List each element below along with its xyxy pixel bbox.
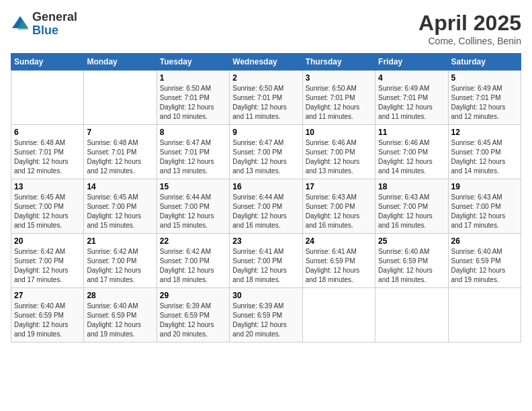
day-info: Sunrise: 6:45 AMSunset: 7:00 PMDaylight:… <box>14 193 81 230</box>
weekday-header: Sunday <box>11 54 84 71</box>
day-info: Sunrise: 6:41 AMSunset: 6:59 PMDaylight:… <box>306 247 372 285</box>
day-number: 8 <box>160 128 226 137</box>
calendar-cell: 8Sunrise: 6:47 AMSunset: 7:01 PMDaylight… <box>157 125 229 179</box>
day-number: 4 <box>378 73 445 83</box>
day-info: Sunrise: 6:40 AMSunset: 6:59 PMDaylight:… <box>378 247 445 285</box>
weekday-header-row: SundayMondayTuesdayWednesdayThursdayFrid… <box>11 54 521 71</box>
day-info: Sunrise: 6:43 AMSunset: 7:00 PMDaylight:… <box>451 193 518 230</box>
calendar-cell: 15Sunrise: 6:44 AMSunset: 7:00 PMDayligh… <box>157 179 229 234</box>
calendar-cell: 7Sunrise: 6:48 AMSunset: 7:01 PMDaylight… <box>84 125 157 179</box>
day-number: 20 <box>14 236 81 246</box>
calendar-cell: 27Sunrise: 6:40 AMSunset: 6:59 PMDayligh… <box>11 288 84 342</box>
calendar-week-row: 6Sunrise: 6:48 AMSunset: 7:01 PMDaylight… <box>11 125 521 179</box>
day-info: Sunrise: 6:41 AMSunset: 7:00 PMDaylight:… <box>232 247 299 285</box>
day-number: 28 <box>87 291 153 300</box>
logo-icon <box>11 15 30 34</box>
day-number: 9 <box>232 128 299 137</box>
day-info: Sunrise: 6:48 AMSunset: 7:01 PMDaylight:… <box>14 138 81 176</box>
logo: General Blue <box>11 11 77 38</box>
day-number: 3 <box>306 73 372 83</box>
day-info: Sunrise: 6:47 AMSunset: 7:00 PMDaylight:… <box>232 138 299 176</box>
day-info: Sunrise: 6:44 AMSunset: 7:00 PMDaylight:… <box>160 193 226 230</box>
day-number: 5 <box>451 73 518 83</box>
day-info: Sunrise: 6:40 AMSunset: 6:59 PMDaylight:… <box>451 247 518 285</box>
calendar-cell: 19Sunrise: 6:43 AMSunset: 7:00 PMDayligh… <box>448 179 521 234</box>
weekday-header: Tuesday <box>157 54 229 71</box>
day-info: Sunrise: 6:50 AMSunset: 7:01 PMDaylight:… <box>306 84 372 122</box>
calendar-cell: 21Sunrise: 6:42 AMSunset: 7:00 PMDayligh… <box>84 234 157 288</box>
day-number: 16 <box>232 182 299 191</box>
day-number: 10 <box>306 128 372 137</box>
day-info: Sunrise: 6:50 AMSunset: 7:01 PMDaylight:… <box>160 84 226 122</box>
calendar-cell: 6Sunrise: 6:48 AMSunset: 7:01 PMDaylight… <box>11 125 84 179</box>
day-info: Sunrise: 6:39 AMSunset: 6:59 PMDaylight:… <box>160 302 226 339</box>
calendar-cell: 22Sunrise: 6:42 AMSunset: 7:00 PMDayligh… <box>157 234 229 288</box>
calendar-cell: 23Sunrise: 6:41 AMSunset: 7:00 PMDayligh… <box>230 234 302 288</box>
day-number: 19 <box>451 182 518 191</box>
calendar-week-row: 1Sunrise: 6:50 AMSunset: 7:01 PMDaylight… <box>11 71 521 125</box>
calendar-cell <box>448 288 521 342</box>
day-number: 21 <box>87 236 153 246</box>
weekday-header: Saturday <box>448 54 521 71</box>
day-number: 6 <box>14 128 81 137</box>
logo-blue-text: Blue <box>32 24 77 38</box>
day-info: Sunrise: 6:47 AMSunset: 7:01 PMDaylight:… <box>160 138 226 176</box>
calendar-cell: 30Sunrise: 6:39 AMSunset: 6:59 PMDayligh… <box>230 288 302 342</box>
day-info: Sunrise: 6:43 AMSunset: 7:00 PMDaylight:… <box>306 193 372 230</box>
day-info: Sunrise: 6:42 AMSunset: 7:00 PMDaylight:… <box>87 247 153 285</box>
calendar-week-row: 13Sunrise: 6:45 AMSunset: 7:00 PMDayligh… <box>11 179 521 234</box>
weekday-header: Thursday <box>302 54 375 71</box>
calendar-cell: 16Sunrise: 6:44 AMSunset: 7:00 PMDayligh… <box>230 179 302 234</box>
day-number: 12 <box>451 128 518 137</box>
calendar-cell: 2Sunrise: 6:50 AMSunset: 7:01 PMDaylight… <box>230 71 302 125</box>
day-number: 15 <box>160 182 226 191</box>
day-info: Sunrise: 6:45 AMSunset: 7:00 PMDaylight:… <box>451 138 518 176</box>
day-number: 22 <box>160 236 226 246</box>
calendar-cell: 26Sunrise: 6:40 AMSunset: 6:59 PMDayligh… <box>448 234 521 288</box>
day-number: 17 <box>306 182 372 191</box>
day-info: Sunrise: 6:44 AMSunset: 7:00 PMDaylight:… <box>232 193 299 230</box>
day-info: Sunrise: 6:43 AMSunset: 7:00 PMDaylight:… <box>378 193 445 230</box>
calendar-cell <box>375 288 448 342</box>
calendar-week-row: 27Sunrise: 6:40 AMSunset: 6:59 PMDayligh… <box>11 288 521 342</box>
day-number: 26 <box>451 236 518 246</box>
calendar-cell: 4Sunrise: 6:49 AMSunset: 7:01 PMDaylight… <box>375 71 448 125</box>
day-number: 18 <box>378 182 445 191</box>
day-info: Sunrise: 6:40 AMSunset: 6:59 PMDaylight:… <box>14 302 81 339</box>
calendar-cell: 20Sunrise: 6:42 AMSunset: 7:00 PMDayligh… <box>11 234 84 288</box>
calendar-cell <box>84 71 157 125</box>
day-info: Sunrise: 6:46 AMSunset: 7:00 PMDaylight:… <box>378 138 445 176</box>
day-info: Sunrise: 6:50 AMSunset: 7:01 PMDaylight:… <box>232 84 299 122</box>
day-info: Sunrise: 6:45 AMSunset: 7:00 PMDaylight:… <box>87 193 153 230</box>
day-number: 13 <box>14 182 81 191</box>
day-number: 7 <box>87 128 153 137</box>
calendar-cell: 1Sunrise: 6:50 AMSunset: 7:01 PMDaylight… <box>157 71 229 125</box>
page-header: General Blue April 2025 Come, Collines, … <box>11 11 521 46</box>
day-number: 2 <box>232 73 299 83</box>
day-number: 11 <box>378 128 445 137</box>
calendar-cell: 18Sunrise: 6:43 AMSunset: 7:00 PMDayligh… <box>375 179 448 234</box>
calendar-cell: 28Sunrise: 6:40 AMSunset: 6:59 PMDayligh… <box>84 288 157 342</box>
calendar-cell: 14Sunrise: 6:45 AMSunset: 7:00 PMDayligh… <box>84 179 157 234</box>
day-info: Sunrise: 6:42 AMSunset: 7:00 PMDaylight:… <box>160 247 226 285</box>
calendar-week-row: 20Sunrise: 6:42 AMSunset: 7:00 PMDayligh… <box>11 234 521 288</box>
calendar-cell: 29Sunrise: 6:39 AMSunset: 6:59 PMDayligh… <box>157 288 229 342</box>
day-number: 1 <box>160 73 226 83</box>
calendar-cell: 10Sunrise: 6:46 AMSunset: 7:00 PMDayligh… <box>302 125 375 179</box>
calendar-cell: 11Sunrise: 6:46 AMSunset: 7:00 PMDayligh… <box>375 125 448 179</box>
day-info: Sunrise: 6:40 AMSunset: 6:59 PMDaylight:… <box>87 302 153 339</box>
logo-general-text: General <box>32 11 77 24</box>
calendar-cell: 9Sunrise: 6:47 AMSunset: 7:00 PMDaylight… <box>230 125 302 179</box>
day-number: 14 <box>87 182 153 191</box>
calendar-cell: 12Sunrise: 6:45 AMSunset: 7:00 PMDayligh… <box>448 125 521 179</box>
calendar-table: SundayMondayTuesdayWednesdayThursdayFrid… <box>11 53 521 342</box>
calendar-cell <box>11 71 84 125</box>
day-number: 29 <box>160 291 226 300</box>
day-number: 30 <box>232 291 299 300</box>
day-info: Sunrise: 6:49 AMSunset: 7:01 PMDaylight:… <box>451 84 518 122</box>
subtitle: Come, Collines, Benin <box>418 36 521 46</box>
day-info: Sunrise: 6:39 AMSunset: 6:59 PMDaylight:… <box>232 302 299 339</box>
weekday-header: Monday <box>84 54 157 71</box>
day-info: Sunrise: 6:49 AMSunset: 7:01 PMDaylight:… <box>378 84 445 122</box>
day-number: 27 <box>14 291 81 300</box>
